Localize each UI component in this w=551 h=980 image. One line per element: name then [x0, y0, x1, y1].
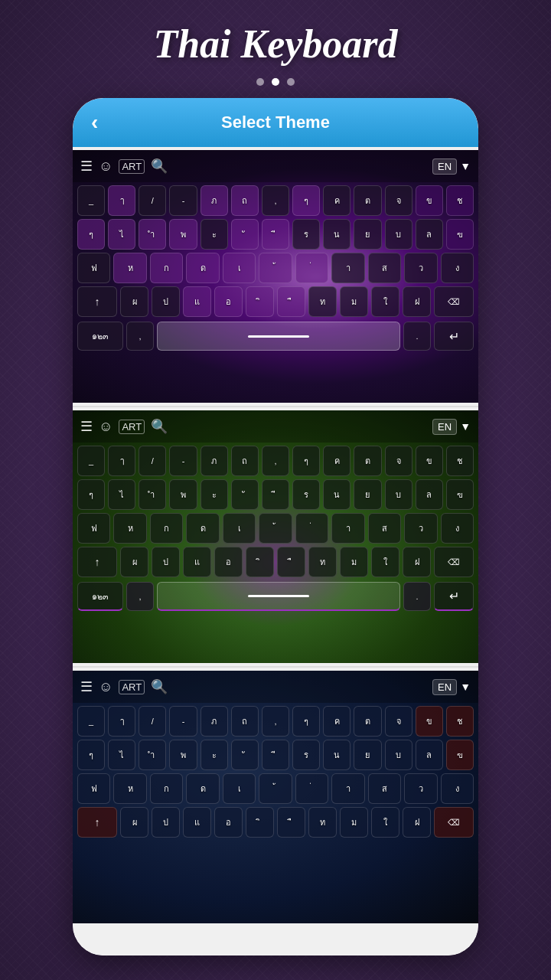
key2-wo[interactable]: ว [404, 513, 437, 544]
key3-lo[interactable]: ล [416, 740, 443, 770]
key-kho2[interactable]: ข [416, 185, 443, 216]
search-icon-3[interactable]: 🔍 [151, 678, 168, 695]
key3-to[interactable]: ต [354, 706, 381, 737]
key-sara-aa[interactable]: า [331, 253, 364, 283]
key-lak2[interactable]: ๆ [77, 219, 105, 250]
keyboard-theme-2[interactable]: ☰ ☺ ART 🔍 EN ▼ _ ๅ / - ภ [73, 410, 478, 663]
key2-ho[interactable]: ห [113, 513, 146, 544]
key2-comma1[interactable]: , [262, 446, 289, 476]
key-do[interactable]: ด [186, 253, 219, 283]
key-mai-ek[interactable]: ่ [295, 253, 328, 283]
enter-key-2[interactable]: ↵ [434, 582, 474, 611]
menu-icon-1[interactable]: ☰ [80, 158, 93, 175]
key-yo[interactable]: ย [354, 219, 381, 250]
key3-mai-ek[interactable]: ่ [295, 773, 328, 804]
key3-sara-ee[interactable]: ี [262, 740, 289, 770]
key-po[interactable]: ป [152, 286, 180, 317]
key2-sara-am[interactable]: ำ [139, 479, 166, 510]
enter-key-1[interactable]: ↵ [434, 322, 474, 351]
key-mai-tho[interactable]: ้ [259, 253, 292, 283]
menu-icon-3[interactable]: ☰ [80, 678, 93, 695]
key-pho2[interactable]: ผ [120, 286, 148, 317]
art-icon-2[interactable]: ART [119, 420, 145, 434]
key2-kho2[interactable]: ข [416, 446, 443, 476]
art-icon-3[interactable]: ART [119, 680, 145, 694]
key3-kho[interactable]: ค [323, 706, 350, 737]
key-no[interactable]: น [323, 219, 350, 250]
key3-underscore[interactable]: _ [77, 706, 105, 737]
del-key-2[interactable]: ⌫ [434, 547, 474, 577]
key2-dash[interactable]: - [169, 446, 197, 476]
key2-po[interactable]: ป [152, 547, 180, 577]
key-so[interactable]: ส [368, 253, 401, 283]
key3-mai2[interactable]: ใ [371, 807, 399, 838]
key3-so[interactable]: ส [368, 773, 401, 804]
key3-ho[interactable]: ห [113, 773, 146, 804]
key-e[interactable]: เ [223, 253, 256, 283]
key3-sara-a[interactable]: ะ [201, 740, 228, 770]
key3-wo[interactable]: ว [404, 773, 437, 804]
key3-mai-tho[interactable]: ้ [259, 773, 292, 804]
key-pha[interactable]: ภ [201, 185, 228, 216]
key2-do[interactable]: ด [186, 513, 219, 544]
key-slash[interactable]: / [139, 185, 166, 216]
key2-mai-tho[interactable]: ้ [259, 513, 292, 544]
key3-sara-am[interactable]: ำ [139, 740, 166, 770]
key3-kho2[interactable]: ข [416, 706, 443, 737]
period-key-2[interactable]: . [403, 582, 431, 611]
key3-pho[interactable]: พ [169, 740, 197, 770]
space-key-2[interactable] [157, 582, 400, 611]
key2-ae[interactable]: แ [183, 547, 211, 577]
key3-ngo[interactable]: ง [441, 773, 474, 804]
key3-no[interactable]: น [323, 740, 350, 770]
themes-container[interactable]: ☰ ☺ ART 🔍 EN ▼ _ ๅ / - ภ [73, 147, 478, 956]
key2-o[interactable]: อ [214, 547, 243, 577]
num-key-2[interactable]: ๑๒๓ [77, 582, 123, 611]
key-kho[interactable]: ค [323, 185, 350, 216]
keyboard-theme-3[interactable]: ☰ ☺ ART 🔍 EN ▼ _ ๅ / - ภ [73, 671, 478, 923]
key3-tho[interactable]: ท [308, 807, 337, 838]
comma-key-2[interactable]: , [126, 582, 154, 611]
key-lak[interactable]: ๆ [292, 185, 320, 216]
key2-to[interactable]: ต [354, 446, 381, 476]
key-mai2[interactable]: ใ [371, 286, 399, 317]
key2-ngo[interactable]: ง [441, 513, 474, 544]
space-key-1[interactable] [157, 322, 400, 351]
key-pho[interactable]: พ [169, 219, 197, 250]
key3-thai-1[interactable]: ๅ [108, 706, 135, 737]
key3-e[interactable]: เ [223, 773, 256, 804]
key2-cho2[interactable]: ช [446, 446, 474, 476]
emoji-icon-1[interactable]: ☺ [99, 158, 112, 175]
period-key-1[interactable]: . [403, 322, 431, 351]
key3-tha[interactable]: ถ [231, 706, 259, 737]
key2-sara-aa[interactable]: า [331, 513, 364, 544]
key-sara-ue[interactable]: ื [277, 286, 305, 317]
back-button[interactable]: ‹ [85, 104, 104, 141]
key3-do[interactable]: ด [186, 773, 219, 804]
key3-comma1[interactable]: , [262, 706, 289, 737]
key-wo[interactable]: ว [404, 253, 437, 283]
key2-no[interactable]: น [323, 479, 350, 510]
key2-sara-ue[interactable]: ื [277, 547, 305, 577]
key3-kho3[interactable]: ฃ [446, 740, 474, 770]
key3-po[interactable]: ป [152, 807, 180, 838]
emoji-icon-2[interactable]: ☺ [99, 419, 112, 435]
key3-o[interactable]: อ [214, 807, 243, 838]
key-ko[interactable]: ก [150, 253, 183, 283]
key-fo2[interactable]: ฝ [403, 286, 431, 317]
key2-mo[interactable]: ม [340, 547, 368, 577]
key-thai-1[interactable]: ๅ [108, 185, 135, 216]
keyboard-theme-1[interactable]: ☰ ☺ ART 🔍 EN ▼ _ ๅ / - ภ [73, 150, 478, 403]
key2-lak[interactable]: ๆ [292, 446, 320, 476]
key-comma1[interactable]: , [262, 185, 289, 216]
key2-sara-i[interactable]: ิ [246, 547, 274, 577]
key-dash[interactable]: - [169, 185, 197, 216]
key2-mai[interactable]: ไ [108, 479, 135, 510]
key-lo[interactable]: ล [416, 219, 443, 250]
key2-pho2[interactable]: ผ [120, 547, 148, 577]
key2-slash[interactable]: / [139, 446, 166, 476]
key3-ae[interactable]: แ [183, 807, 211, 838]
key2-sara-a2[interactable]: ั [231, 479, 259, 510]
key3-cho[interactable]: จ [385, 706, 412, 737]
lang-selector-1[interactable]: EN ▼ [432, 158, 471, 175]
